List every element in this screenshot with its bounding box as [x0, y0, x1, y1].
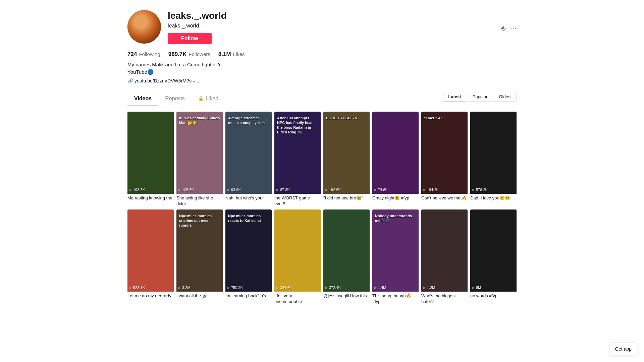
- video-card[interactable]: ▷ 1.2M Who's tha biggest hater?: [421, 209, 468, 305]
- share-icon[interactable]: ⎋: [501, 24, 505, 32]
- video-title: Im learning backflip's: [225, 293, 272, 299]
- video-views: ▷ 105.6K: [178, 188, 221, 192]
- bio-line2: YouTube🔵: [127, 68, 517, 76]
- profile-info: leaks._.world leaks._.world Follow ⎋ ···: [168, 10, 517, 44]
- video-views: ▷ 578.2K: [472, 188, 515, 192]
- video-views: ▷ 93.9K: [227, 188, 270, 192]
- video-title: Let me do my neerrrdy: [127, 293, 174, 299]
- link-icon: 🔗: [127, 78, 133, 83]
- video-card[interactable]: ▷ 74.6K Crazy night😩 #fyp: [372, 112, 419, 207]
- video-views: ▷ 1.2M: [423, 286, 466, 290]
- video-views: ▷ 184.2K: [423, 188, 466, 192]
- video-card[interactable]: Npc miles morales crashes out over rumor…: [176, 209, 223, 305]
- video-thumbnail: ▷ 74.6K: [372, 112, 419, 194]
- play-icon: ▷: [276, 286, 279, 289]
- video-card[interactable]: ▷ 578.2K Dad, I love you😢😊: [470, 112, 517, 207]
- video-thumbnail: Average streamer meets a cosplayer 🎮 ▷ 9…: [225, 112, 272, 194]
- tab-reposts[interactable]: Reposts: [158, 92, 192, 106]
- play-icon: ▷: [276, 188, 279, 191]
- link-text: youtu.be/DzzmrDVW5rM?si=...: [135, 78, 199, 83]
- videos-grid-row2: ▷ 523.1K Let me do my neerrrdy Npc miles…: [127, 209, 517, 305]
- more-options-icon[interactable]: ···: [511, 24, 517, 32]
- video-card[interactable]: Average streamer meets a cosplayer 🎮 ▷ 9…: [225, 112, 272, 207]
- video-views: ▷ 3.2M: [178, 286, 221, 290]
- followers-stat[interactable]: 989.7K Followers: [168, 51, 210, 58]
- sort-popular[interactable]: Popular: [468, 92, 493, 102]
- video-thumbnail: ▷ 384.6K: [274, 209, 321, 292]
- play-icon: ▷: [227, 188, 230, 191]
- video-card[interactable]: "I met KAI" ▷ 184.2K Can't believe we me…: [421, 112, 468, 207]
- tab-videos[interactable]: Videos: [127, 92, 158, 106]
- video-thumbnail: ▷ 8M: [470, 209, 517, 292]
- play-icon: ▷: [423, 286, 426, 289]
- tab-liked[interactable]: 🔒 Liked: [192, 92, 225, 106]
- bio-line1: My names Malik and I'm a Crime fighter🗡: [127, 61, 517, 69]
- video-thumbnail: EGOED YUSEF7N ▷ 192.6K: [323, 112, 370, 194]
- play-icon: ▷: [472, 188, 475, 191]
- video-card[interactable]: Npc miles morales reacts to Kai cenat ▷ …: [225, 209, 272, 305]
- profile-stats: 724 Following 989.7K Followers 8.1M Like…: [127, 51, 517, 58]
- tabs-bar: Videos Reposts 🔒 Liked Latest Popular Ol…: [127, 92, 517, 106]
- video-title: @jessiusagiii How this: [323, 293, 370, 299]
- followers-label: Followers: [189, 51, 210, 57]
- likes-count: 8.1M: [218, 51, 231, 58]
- video-views: ▷ 384.6K: [276, 286, 319, 290]
- play-icon: ▷: [374, 286, 377, 289]
- video-card[interactable]: EGOED YUSEF7N ▷ 192.6K "I did not see br…: [323, 112, 370, 207]
- video-thumbnail: ▷ 1.2M: [421, 209, 468, 292]
- video-title: I want all the 🔊: [176, 293, 223, 299]
- video-card[interactable]: ▷ 198.3K Me resting knowing the: [127, 112, 174, 207]
- video-views: ▷ 372.4K: [325, 286, 368, 290]
- sort-latest[interactable]: Latest: [443, 92, 466, 102]
- play-icon: ▷: [227, 286, 230, 289]
- videos-grid-row1: ▷ 198.3K Me resting knowing the If I was…: [127, 112, 517, 207]
- video-thumbnail: ▷ 198.3K: [127, 112, 174, 194]
- video-title: "I did not see bro😭": [323, 195, 370, 201]
- profile-bio: My names Malik and I'm a Crime fighter🗡 …: [127, 61, 517, 76]
- video-card[interactable]: Nobody understands me fr 🎵 ▷ 1.4M This s…: [372, 209, 419, 305]
- profile-handle: leaks._.world: [168, 23, 497, 29]
- play-icon: ▷: [374, 188, 377, 191]
- profile-link[interactable]: 🔗 youtu.be/DzzmrDVW5rM?si=...: [127, 78, 517, 83]
- lock-icon: 🔒: [198, 96, 204, 101]
- sort-oldest[interactable]: Oldest: [494, 92, 517, 102]
- play-icon: ▷: [423, 188, 426, 191]
- video-card[interactable]: If I was actually Spider-Man 🤔😳 ▷ 105.6K…: [176, 112, 223, 207]
- video-title: I felt very uncomfortable: [274, 293, 321, 305]
- play-icon: ▷: [472, 286, 475, 289]
- following-count: 724: [127, 51, 137, 58]
- play-icon: ▷: [129, 286, 132, 289]
- video-card[interactable]: After 100 attempts NPC has finally beat …: [274, 112, 321, 207]
- video-title: the WORST game ever!!!: [274, 195, 321, 207]
- video-title: Can't believe we met🔥: [421, 195, 468, 201]
- video-title: She acting like she didnt: [176, 195, 223, 207]
- play-icon: ▷: [325, 286, 328, 289]
- video-thumbnail: After 100 attempts NPC has finally beat …: [274, 112, 321, 194]
- following-stat[interactable]: 724 Following: [127, 51, 160, 58]
- video-thumbnail: ▷ 523.1K: [127, 209, 174, 292]
- video-card[interactable]: ▷ 384.6K I felt very uncomfortable: [274, 209, 321, 305]
- video-thumbnail: Npc miles morales reacts to Kai cenat ▷ …: [225, 209, 272, 292]
- video-card[interactable]: ▷ 372.4K @jessiusagiii How this: [323, 209, 370, 305]
- video-thumbnail: "I met KAI" ▷ 184.2K: [421, 112, 468, 194]
- video-title: Me resting knowing the: [127, 195, 174, 201]
- video-card[interactable]: ▷ 8M no words #fyp: [470, 209, 517, 305]
- video-title: This song though🔥#fyp: [372, 293, 419, 305]
- play-icon: ▷: [325, 188, 328, 191]
- video-title: Crazy night😩 #fyp: [372, 195, 419, 201]
- video-views: ▷ 523.1K: [129, 286, 172, 290]
- profile-header: leaks._.world leaks._.world Follow ⎋ ···: [127, 10, 517, 44]
- followers-count: 989.7K: [168, 51, 187, 58]
- video-title: Who's tha biggest hater?: [421, 293, 468, 305]
- video-views: ▷ 1.4M: [374, 286, 417, 290]
- play-icon: ▷: [129, 188, 132, 191]
- following-label: Following: [139, 51, 160, 57]
- video-card[interactable]: ▷ 523.1K Let me do my neerrrdy: [127, 209, 174, 305]
- video-views: ▷ 198.3K: [129, 188, 172, 192]
- follow-button[interactable]: Follow: [168, 33, 212, 44]
- video-title: no words #fyp: [470, 293, 517, 299]
- play-icon: ▷: [178, 286, 181, 289]
- video-views: ▷ 192.6K: [325, 188, 368, 192]
- profile-actions: ⎋ ···: [501, 24, 517, 32]
- get-app-button[interactable]: Get app: [609, 343, 637, 355]
